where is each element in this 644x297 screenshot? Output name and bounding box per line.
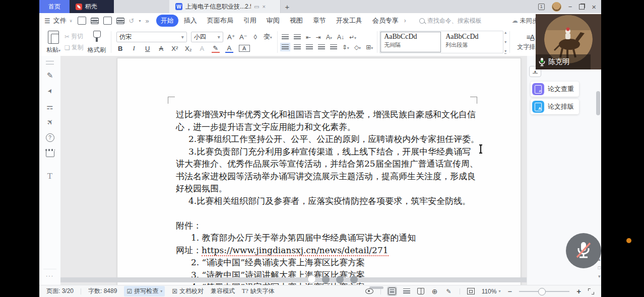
line-spacing-icon[interactable]: ⇕▾	[342, 44, 349, 51]
account-avatar[interactable]	[552, 2, 561, 12]
para-mark-icon[interactable]: ↵▾	[349, 34, 356, 41]
undo-dropdown-icon[interactable]: ▾	[139, 19, 141, 23]
char-border-button[interactable]: A	[239, 45, 250, 52]
participant-video-tile[interactable]: 陈克明	[536, 14, 601, 69]
shading-icon[interactable]: ◇▾	[354, 44, 361, 51]
tab-review[interactable]: 审阅	[262, 15, 284, 27]
outline-view-icon[interactable]	[403, 288, 410, 294]
window-manage-icon[interactable]: 1	[538, 4, 545, 10]
print-icon[interactable]	[103, 17, 112, 25]
increase-font-button[interactable]: A⁺	[227, 33, 235, 41]
asian-layout-icon[interactable]: A▾	[326, 34, 332, 41]
tab-page-layout[interactable]: 页面布局	[203, 15, 238, 27]
zoom-slider[interactable]	[519, 291, 569, 292]
spell-check-toggle[interactable]: ☑ 拼写检查 ▾	[124, 286, 165, 296]
proofread-button[interactable]: ☒ 文档校对	[172, 287, 204, 295]
select-browse-icon[interactable]: □	[598, 265, 601, 270]
more-tabs-icon[interactable]: ›	[404, 17, 406, 24]
horizontal-scrollbar[interactable]	[60, 277, 527, 282]
text-tool-icon[interactable]: T	[39, 168, 60, 184]
document-text[interactable]: 过比赛增强对中华优秀文化和祖国语言文字的热爱，增强民族自豪感和文化自信 心，进一…	[176, 108, 469, 285]
numbered-list-icon[interactable]	[294, 34, 301, 40]
document-page[interactable]: 过比赛增强对中华优秀文化和祖国语言文字的热爱，增强民族自豪感和文化自信 心，进一…	[117, 58, 521, 285]
justify-icon[interactable]	[318, 44, 325, 50]
borders-icon[interactable]: ⊞▾	[366, 44, 373, 51]
align-center-icon[interactable]	[294, 44, 301, 50]
page-view-icon[interactable]	[388, 287, 396, 295]
style-more-icon[interactable]: ▾	[504, 49, 506, 54]
style-no-spacing[interactable]: AaBbCcDd 无间隔	[380, 31, 441, 53]
sync-status[interactable]: ☁ 未同步	[512, 17, 538, 25]
zoom-slider-knob[interactable]	[538, 288, 546, 295]
more-qat-icon[interactable]: »	[145, 17, 149, 25]
fit-page-icon[interactable]	[467, 288, 475, 294]
resource-shop-icon[interactable]	[39, 145, 60, 161]
paper-check-button[interactable]: ⌕ 论文查重	[531, 82, 579, 97]
page-dot[interactable]	[307, 275, 316, 283]
page-dot[interactable]	[350, 276, 358, 283]
tab-references[interactable]: 引用	[239, 15, 261, 27]
subscript-button[interactable]: X₂	[184, 45, 192, 52]
tab-close-icon[interactable]: ×	[262, 4, 265, 10]
font-name-select[interactable]: 仿宋▾	[116, 32, 187, 42]
floating-annotation-dot[interactable]	[626, 238, 631, 243]
tab-member[interactable]: 会员专享	[368, 15, 403, 27]
save-icon[interactable]	[91, 18, 99, 24]
style-list-paragraph[interactable]: AaBbCcDd 列出段落	[441, 31, 503, 53]
copy-button[interactable]: ❏ 复制	[65, 43, 84, 52]
pinyin-guide-button[interactable]: 变▾	[264, 32, 272, 41]
page-dot[interactable]	[336, 276, 344, 283]
clear-format-button[interactable]: ◊	[251, 33, 260, 41]
superscript-button[interactable]: X²	[171, 45, 179, 52]
bold-button[interactable]: B	[116, 45, 124, 52]
page-dot[interactable]	[322, 276, 330, 283]
zoom-in-button[interactable]: +	[576, 287, 581, 295]
style-scroll-up-icon[interactable]: ▴	[504, 30, 506, 35]
next-page-icon[interactable]: ▾	[598, 274, 601, 279]
hyperlink[interactable]: https://www.jingdiansxj.cn/news/detail/2…	[202, 245, 389, 256]
tab-daoke[interactable]: 稻壳	[70, 0, 114, 13]
new-doc-icon[interactable]	[78, 17, 86, 25]
compat-mode-label[interactable]: 兼容模式	[211, 287, 235, 295]
undo-icon[interactable]: ↺	[129, 17, 135, 25]
tab-document[interactable]: W 上海电子信息职业技...2.5.13(3) ▭ ×	[169, 0, 281, 13]
zoom-out-button[interactable]: −	[507, 287, 512, 295]
fullscreen-icon[interactable]	[588, 288, 594, 294]
rail-drag-handle[interactable]	[46, 61, 54, 64]
decrease-font-button[interactable]: A⁻	[239, 33, 247, 41]
paper-format-button[interactable]: A 论文排版	[531, 99, 579, 114]
document-canvas[interactable]: 过比赛增强对中华优秀文化和祖国语言文字的热爱，增强民族自豪感和文化自信 心，进一…	[60, 56, 527, 285]
font-color-button[interactable]: A	[225, 44, 233, 53]
restore-button[interactable]	[579, 4, 585, 10]
missing-font-button[interactable]: T? 缺失字体	[242, 287, 275, 295]
decrease-indent-icon[interactable]: ⇤	[306, 34, 311, 41]
new-tab-button[interactable]: +	[281, 0, 294, 13]
command-search[interactable]: 查找命令、搜索模板	[419, 17, 482, 25]
word-count[interactable]: 字数: 8489	[88, 287, 117, 295]
tab-home[interactable]: 首页	[39, 0, 70, 13]
tab-section[interactable]: 章节	[308, 15, 331, 27]
sort-icon[interactable]: A↓	[337, 34, 344, 41]
tab-preview-icon[interactable]: ▭	[254, 4, 259, 10]
align-right-icon[interactable]	[306, 44, 313, 50]
ink-icon[interactable]: ✎	[445, 288, 453, 294]
vertical-scrollbar[interactable]	[596, 91, 600, 115]
file-menu[interactable]: ☰ 文件 ∨	[44, 16, 73, 25]
mic-muted-button[interactable]	[566, 233, 601, 268]
paste-button[interactable]: 粘贴▾	[43, 28, 63, 56]
zoom-level[interactable]: 110%▾	[482, 288, 501, 295]
cut-button[interactable]: ✂ 剪切	[65, 32, 84, 41]
italic-button[interactable]: I	[130, 44, 138, 52]
tab-dev-tools[interactable]: 开发工具	[332, 15, 367, 27]
distribute-icon[interactable]	[330, 44, 337, 50]
close-button[interactable]: ×	[592, 3, 596, 11]
underline-button[interactable]: U	[144, 45, 152, 52]
format-painter-button[interactable]: 格式刷	[85, 28, 109, 56]
web-view-icon[interactable]: ⊕	[431, 288, 438, 294]
align-left-icon[interactable]	[282, 44, 289, 50]
text-effect-button[interactable]: A	[198, 45, 206, 52]
font-size-select[interactable]: 小四▾	[191, 32, 223, 42]
print-preview-icon[interactable]	[116, 18, 124, 24]
strikethrough-button[interactable]: A	[157, 45, 165, 52]
page-indicator[interactable]: 页面: 3/20	[46, 287, 74, 295]
